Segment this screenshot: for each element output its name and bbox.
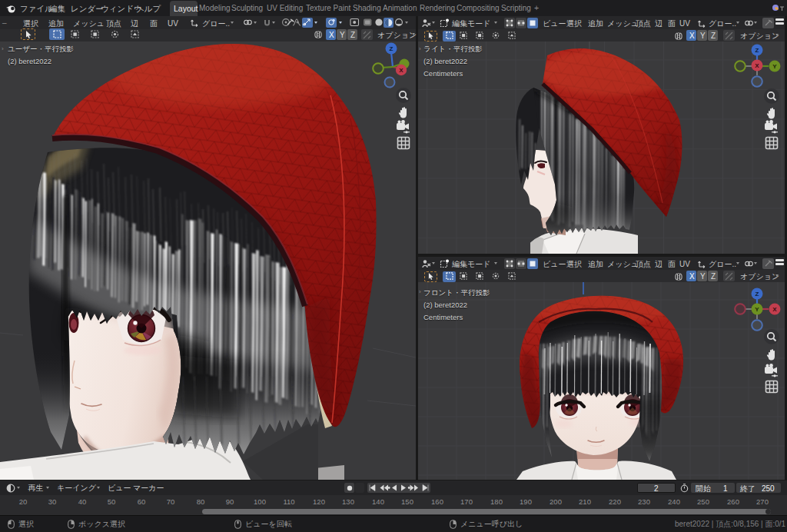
svg-text:150: 150 [401,497,413,506]
svg-text:100: 100 [254,497,266,506]
svg-text:240: 240 [668,497,680,506]
svg-text:120: 120 [313,497,325,506]
svg-text:110: 110 [283,497,294,506]
svg-text:260: 260 [727,497,739,506]
svg-text:220: 220 [609,497,621,506]
svg-text:160: 160 [431,497,443,506]
svg-text:Y: Y [755,306,759,313]
svg-text:140: 140 [372,497,384,506]
svg-text:130: 130 [342,497,354,506]
svg-text:200: 200 [550,497,562,506]
svg-text:90: 90 [226,497,234,506]
svg-text:X: X [399,67,403,74]
svg-text:X: X [755,62,759,69]
svg-text:60: 60 [138,497,146,506]
svg-text:270: 270 [756,497,769,506]
svg-text:230: 230 [638,497,650,506]
svg-text:50: 50 [108,497,116,506]
svg-text:Z: Z [755,47,759,54]
svg-text:X: X [772,306,777,313]
svg-text:40: 40 [78,497,87,506]
svg-text:70: 70 [167,497,175,506]
svg-text:Z: Z [390,45,394,52]
svg-text:Z: Z [755,291,759,298]
svg-text:190: 190 [520,497,532,506]
svg-text:30: 30 [48,497,57,506]
svg-text:20: 20 [19,497,28,506]
svg-text:250: 250 [697,497,709,506]
svg-text:180: 180 [490,497,503,506]
svg-text:80: 80 [197,497,205,506]
svg-text:Y: Y [772,63,777,70]
svg-text:170: 170 [460,497,473,506]
svg-text:210: 210 [579,497,591,506]
